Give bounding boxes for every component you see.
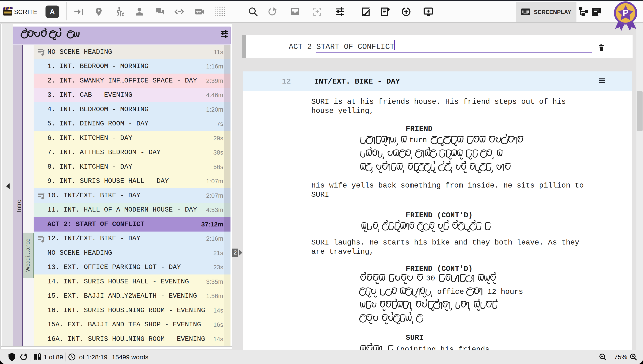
svg-text:P: P <box>622 8 628 18</box>
